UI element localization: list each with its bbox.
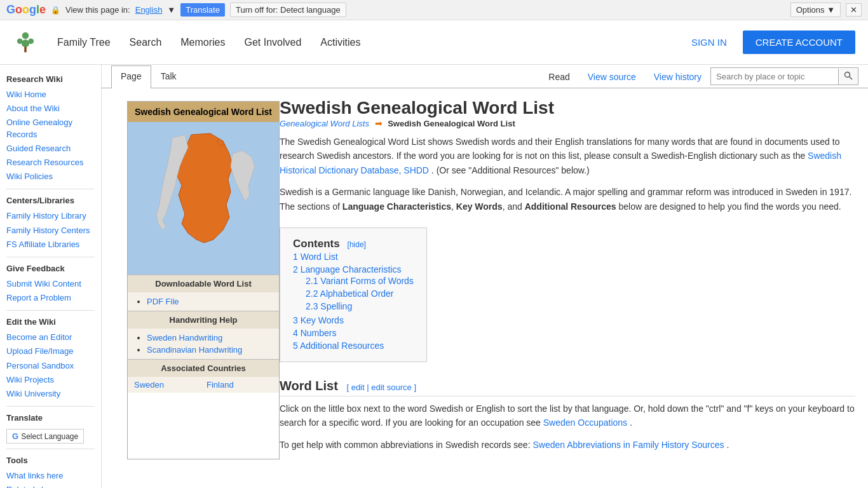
sidebar-item-report-problem[interactable]: Report a Problem [6, 291, 95, 305]
sidebar-item-wiki-home[interactable]: Wiki Home [6, 88, 95, 102]
nav-activities[interactable]: Activities [320, 37, 360, 48]
svg-rect-4 [24, 47, 27, 53]
table-of-contents: Contents [hide] 1 Word List 2 Language C… [280, 227, 427, 362]
action-read: Read [539, 67, 578, 87]
sidebar-item-what-links[interactable]: What links here [6, 469, 95, 483]
sidebar-item-family-history-library[interactable]: Family History Library [6, 209, 95, 223]
intro-text-1: The Swedish Genealogical Word List shows… [280, 137, 839, 161]
tab-talk[interactable]: Talk [151, 65, 186, 88]
sign-in-button[interactable]: SIGN IN [682, 32, 736, 53]
action-view-history[interactable]: View history [645, 67, 710, 87]
toc-link-alpha[interactable]: 2.2 Alphabetical Order [306, 288, 394, 299]
sidebar-item-family-history-centers[interactable]: Family History Centers [6, 224, 95, 238]
nav-get-involved[interactable]: Get Involved [245, 37, 302, 48]
translate-button[interactable]: Translate [180, 3, 225, 17]
article-main: Swedish Genealogical Word List Genealogi… [280, 98, 855, 459]
toc-link-key-words[interactable]: 3 Key Words [293, 315, 344, 325]
finland-country-link[interactable]: Finland [207, 380, 273, 390]
lock-icon: 🔒 [51, 6, 60, 15]
sidebar-item-become-editor[interactable]: Become an Editor [6, 330, 95, 344]
sidebar-item-upload-file[interactable]: Upload File/Image [6, 344, 95, 358]
sidebar-item-guided-research[interactable]: Guided Research [6, 142, 95, 156]
svg-point-3 [22, 39, 29, 47]
toc-link-spelling[interactable]: 2.3 Spelling [306, 301, 352, 311]
intro-paragraph-2: Swedish is a Germanic language like Dani… [280, 185, 855, 214]
sidebar-item-online-genealogy[interactable]: Online Genealogy Records [6, 116, 95, 141]
sidebar-section-research-wiki: Research Wiki [6, 74, 95, 84]
toc-link-variant[interactable]: 2.1 Variant Forms of Words [306, 276, 414, 286]
wiki-search-button[interactable] [838, 69, 858, 85]
sidebar-item-wiki-projects[interactable]: Wiki Projects [6, 373, 95, 387]
tab-spacer [186, 65, 540, 88]
nav-memories[interactable]: Memories [180, 37, 225, 48]
toc-item-5: 5 Additional Resources [293, 339, 414, 352]
sidebar-section-feedback: Give Feedback [6, 264, 95, 273]
page-tabs: Page Talk Read View source View history [102, 65, 868, 88]
turnoff-button[interactable]: Turn off for: Detect language [230, 3, 346, 17]
breadcrumb-current: Swedish Genealogical Word List [388, 119, 515, 128]
sweden-abbreviations-link[interactable]: Sweden Abbreviations in Family History S… [532, 440, 724, 450]
auth-buttons: SIGN IN CREATE ACCOUNT [682, 30, 855, 54]
svg-point-0 [22, 32, 29, 39]
breadcrumb-link[interactable]: Genealogical Word Lists [280, 119, 369, 128]
breadcrumb-arrow: ➡ [375, 118, 383, 128]
translate-bar: Google 🔒 View this page in: English ▼ Tr… [0, 0, 868, 20]
sidebar-item-about-wiki[interactable]: About the Wiki [6, 102, 95, 116]
sweden-handwriting-link[interactable]: Sweden Handwriting [147, 333, 222, 342]
download-list: PDF File [128, 292, 279, 311]
sidebar-section-edit: Edit the Wiki [6, 317, 95, 327]
intro-text-1-end: . (Or see "Additional Resources" below.) [431, 165, 590, 175]
google-logo: Google [6, 3, 46, 17]
sidebar-divider-5 [6, 449, 95, 449]
sidebar-divider-2 [6, 257, 95, 257]
word-list-paragraph-2: To get help with common abbreviations in… [280, 438, 855, 452]
word-list-text-2-end: . [726, 440, 729, 450]
word-list-edit-source-link[interactable]: edit source [371, 383, 412, 392]
toc-list: 1 Word List 2 Language Characteristics 2… [293, 250, 414, 352]
toc-title: Contents [293, 238, 340, 250]
toc-link-numbers[interactable]: 4 Numbers [293, 328, 336, 338]
toc-item-2-3: 2.3 Spelling [306, 300, 414, 313]
sweden-country-link[interactable]: Sweden [134, 380, 200, 390]
toc-link-lang-char[interactable]: 2 Language Characteristics [293, 264, 401, 274]
toc-link-word-list[interactable]: 1 Word List [293, 252, 338, 262]
scandinavian-handwriting-link[interactable]: Scandinavian Handwriting [147, 345, 242, 355]
sweden-occupations-link[interactable]: Sweden Occupations [543, 417, 627, 428]
create-account-button[interactable]: CREATE ACCOUNT [743, 30, 855, 54]
sidebar-item-personal-sandbox[interactable]: Personal Sandbox [6, 359, 95, 373]
select-language-button[interactable]: G Select Language [6, 429, 84, 444]
word-list-edit-link[interactable]: edit [351, 383, 365, 392]
download-section-title: Downloadable Word List [128, 274, 279, 292]
word-list-text-2: To get help with common abbreviations in… [280, 440, 531, 450]
svg-line-6 [850, 76, 853, 79]
nav-search[interactable]: Search [130, 37, 162, 48]
action-view-source[interactable]: View source [579, 67, 645, 87]
toc-item-2-1: 2.1 Variant Forms of Words [306, 274, 414, 287]
tab-page[interactable]: Page [111, 65, 151, 88]
sidebar-divider-3 [6, 310, 95, 311]
sidebar-item-research-resources[interactable]: Research Resources [6, 156, 95, 170]
pdf-file-link[interactable]: PDF File [147, 297, 179, 306]
sidebar-item-fs-affiliate[interactable]: FS Affiliate Libraries [6, 238, 95, 252]
toc-item-4: 4 Numbers [293, 327, 414, 339]
sidebar-item-submit-wiki[interactable]: Submit Wiki Content [6, 277, 95, 291]
word-list-edit-links: [ edit | edit source ] [346, 383, 416, 392]
sweden-map-image [128, 122, 279, 274]
wiki-search-input[interactable] [711, 69, 838, 84]
sidebar-divider-4 [6, 406, 95, 407]
sidebar-item-wiki-policies[interactable]: Wiki Policies [6, 170, 95, 184]
google-g-icon: G [12, 431, 18, 441]
sidebar-item-wiki-university[interactable]: Wiki University [6, 387, 95, 401]
language-link[interactable]: English [135, 5, 163, 15]
options-button[interactable]: Options ▼ [790, 3, 841, 17]
lang-char-bold: Language Characteristics [342, 201, 451, 212]
associated-countries-list: Sweden Finland [128, 377, 279, 393]
toc-link-add-resources[interactable]: 5 Additional Resources [293, 341, 384, 351]
sidebar-section-translate: Translate [6, 413, 95, 423]
nav-family-tree[interactable]: Family Tree [57, 37, 111, 48]
toc-hide-link[interactable]: [hide] [348, 240, 366, 249]
sweden-map-svg [128, 122, 279, 274]
toc-header: Contents [hide] [293, 238, 414, 250]
sidebar-item-related-changes[interactable]: Related changes [6, 483, 95, 488]
close-translate-bar-button[interactable]: ✕ [846, 3, 862, 17]
